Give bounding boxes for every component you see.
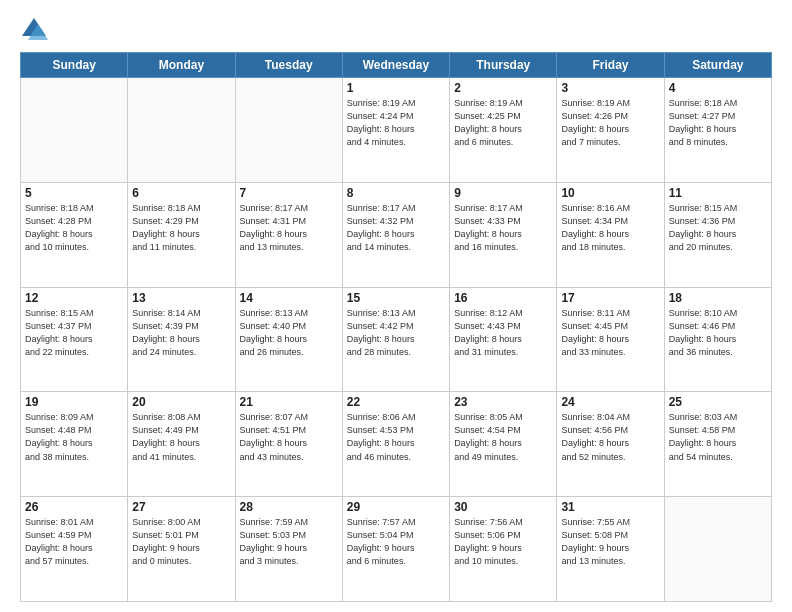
day-info: Sunrise: 8:05 AM Sunset: 4:54 PM Dayligh… — [454, 411, 552, 463]
day-number: 21 — [240, 395, 338, 409]
calendar-cell: 21Sunrise: 8:07 AM Sunset: 4:51 PM Dayli… — [235, 392, 342, 497]
day-info: Sunrise: 8:15 AM Sunset: 4:36 PM Dayligh… — [669, 202, 767, 254]
calendar-cell: 23Sunrise: 8:05 AM Sunset: 4:54 PM Dayli… — [450, 392, 557, 497]
day-info: Sunrise: 8:07 AM Sunset: 4:51 PM Dayligh… — [240, 411, 338, 463]
calendar-cell: 18Sunrise: 8:10 AM Sunset: 4:46 PM Dayli… — [664, 287, 771, 392]
weekday-header: Thursday — [450, 53, 557, 78]
calendar-table: SundayMondayTuesdayWednesdayThursdayFrid… — [20, 52, 772, 602]
calendar-week-row: 19Sunrise: 8:09 AM Sunset: 4:48 PM Dayli… — [21, 392, 772, 497]
day-info: Sunrise: 8:16 AM Sunset: 4:34 PM Dayligh… — [561, 202, 659, 254]
day-number: 16 — [454, 291, 552, 305]
calendar-week-row: 26Sunrise: 8:01 AM Sunset: 4:59 PM Dayli… — [21, 497, 772, 602]
weekday-header: Sunday — [21, 53, 128, 78]
weekday-row: SundayMondayTuesdayWednesdayThursdayFrid… — [21, 53, 772, 78]
day-info: Sunrise: 8:17 AM Sunset: 4:31 PM Dayligh… — [240, 202, 338, 254]
calendar-cell: 17Sunrise: 8:11 AM Sunset: 4:45 PM Dayli… — [557, 287, 664, 392]
day-number: 10 — [561, 186, 659, 200]
day-number: 18 — [669, 291, 767, 305]
day-info: Sunrise: 8:12 AM Sunset: 4:43 PM Dayligh… — [454, 307, 552, 359]
day-number: 6 — [132, 186, 230, 200]
calendar-cell: 4Sunrise: 8:18 AM Sunset: 4:27 PM Daylig… — [664, 78, 771, 183]
day-info: Sunrise: 8:18 AM Sunset: 4:29 PM Dayligh… — [132, 202, 230, 254]
day-number: 7 — [240, 186, 338, 200]
weekday-header: Saturday — [664, 53, 771, 78]
day-info: Sunrise: 8:18 AM Sunset: 4:28 PM Dayligh… — [25, 202, 123, 254]
calendar-cell: 6Sunrise: 8:18 AM Sunset: 4:29 PM Daylig… — [128, 182, 235, 287]
day-info: Sunrise: 8:13 AM Sunset: 4:42 PM Dayligh… — [347, 307, 445, 359]
day-info: Sunrise: 8:08 AM Sunset: 4:49 PM Dayligh… — [132, 411, 230, 463]
calendar-cell: 22Sunrise: 8:06 AM Sunset: 4:53 PM Dayli… — [342, 392, 449, 497]
calendar-cell — [21, 78, 128, 183]
day-info: Sunrise: 8:01 AM Sunset: 4:59 PM Dayligh… — [25, 516, 123, 568]
calendar-cell: 25Sunrise: 8:03 AM Sunset: 4:58 PM Dayli… — [664, 392, 771, 497]
calendar-cell: 7Sunrise: 8:17 AM Sunset: 4:31 PM Daylig… — [235, 182, 342, 287]
calendar-cell: 20Sunrise: 8:08 AM Sunset: 4:49 PM Dayli… — [128, 392, 235, 497]
day-number: 23 — [454, 395, 552, 409]
calendar-cell: 9Sunrise: 8:17 AM Sunset: 4:33 PM Daylig… — [450, 182, 557, 287]
logo — [20, 16, 52, 44]
day-info: Sunrise: 8:17 AM Sunset: 4:33 PM Dayligh… — [454, 202, 552, 254]
calendar-cell: 11Sunrise: 8:15 AM Sunset: 4:36 PM Dayli… — [664, 182, 771, 287]
calendar-header: SundayMondayTuesdayWednesdayThursdayFrid… — [21, 53, 772, 78]
day-number: 2 — [454, 81, 552, 95]
page: SundayMondayTuesdayWednesdayThursdayFrid… — [0, 0, 792, 612]
day-number: 29 — [347, 500, 445, 514]
calendar-week-row: 12Sunrise: 8:15 AM Sunset: 4:37 PM Dayli… — [21, 287, 772, 392]
day-number: 9 — [454, 186, 552, 200]
day-info: Sunrise: 8:15 AM Sunset: 4:37 PM Dayligh… — [25, 307, 123, 359]
day-info: Sunrise: 8:17 AM Sunset: 4:32 PM Dayligh… — [347, 202, 445, 254]
day-number: 20 — [132, 395, 230, 409]
day-number: 5 — [25, 186, 123, 200]
day-info: Sunrise: 8:14 AM Sunset: 4:39 PM Dayligh… — [132, 307, 230, 359]
day-info: Sunrise: 8:10 AM Sunset: 4:46 PM Dayligh… — [669, 307, 767, 359]
calendar-cell: 30Sunrise: 7:56 AM Sunset: 5:06 PM Dayli… — [450, 497, 557, 602]
day-number: 14 — [240, 291, 338, 305]
day-info: Sunrise: 8:18 AM Sunset: 4:27 PM Dayligh… — [669, 97, 767, 149]
day-info: Sunrise: 8:06 AM Sunset: 4:53 PM Dayligh… — [347, 411, 445, 463]
weekday-header: Friday — [557, 53, 664, 78]
calendar-cell: 1Sunrise: 8:19 AM Sunset: 4:24 PM Daylig… — [342, 78, 449, 183]
day-number: 30 — [454, 500, 552, 514]
calendar-cell — [664, 497, 771, 602]
calendar-cell: 24Sunrise: 8:04 AM Sunset: 4:56 PM Dayli… — [557, 392, 664, 497]
calendar-cell: 14Sunrise: 8:13 AM Sunset: 4:40 PM Dayli… — [235, 287, 342, 392]
day-number: 15 — [347, 291, 445, 305]
calendar-cell: 10Sunrise: 8:16 AM Sunset: 4:34 PM Dayli… — [557, 182, 664, 287]
calendar-cell: 16Sunrise: 8:12 AM Sunset: 4:43 PM Dayli… — [450, 287, 557, 392]
day-info: Sunrise: 8:00 AM Sunset: 5:01 PM Dayligh… — [132, 516, 230, 568]
day-number: 24 — [561, 395, 659, 409]
day-info: Sunrise: 7:57 AM Sunset: 5:04 PM Dayligh… — [347, 516, 445, 568]
day-number: 28 — [240, 500, 338, 514]
calendar-cell: 31Sunrise: 7:55 AM Sunset: 5:08 PM Dayli… — [557, 497, 664, 602]
calendar-cell: 12Sunrise: 8:15 AM Sunset: 4:37 PM Dayli… — [21, 287, 128, 392]
day-number: 19 — [25, 395, 123, 409]
calendar-cell: 8Sunrise: 8:17 AM Sunset: 4:32 PM Daylig… — [342, 182, 449, 287]
day-info: Sunrise: 8:19 AM Sunset: 4:26 PM Dayligh… — [561, 97, 659, 149]
day-number: 17 — [561, 291, 659, 305]
day-info: Sunrise: 7:56 AM Sunset: 5:06 PM Dayligh… — [454, 516, 552, 568]
calendar-cell — [235, 78, 342, 183]
day-info: Sunrise: 8:19 AM Sunset: 4:25 PM Dayligh… — [454, 97, 552, 149]
day-number: 22 — [347, 395, 445, 409]
day-number: 4 — [669, 81, 767, 95]
calendar-week-row: 1Sunrise: 8:19 AM Sunset: 4:24 PM Daylig… — [21, 78, 772, 183]
calendar-cell: 26Sunrise: 8:01 AM Sunset: 4:59 PM Dayli… — [21, 497, 128, 602]
day-number: 12 — [25, 291, 123, 305]
calendar-cell: 2Sunrise: 8:19 AM Sunset: 4:25 PM Daylig… — [450, 78, 557, 183]
day-number: 25 — [669, 395, 767, 409]
logo-icon — [20, 16, 48, 44]
day-number: 8 — [347, 186, 445, 200]
day-number: 3 — [561, 81, 659, 95]
weekday-header: Wednesday — [342, 53, 449, 78]
day-info: Sunrise: 7:59 AM Sunset: 5:03 PM Dayligh… — [240, 516, 338, 568]
day-info: Sunrise: 8:19 AM Sunset: 4:24 PM Dayligh… — [347, 97, 445, 149]
day-info: Sunrise: 8:04 AM Sunset: 4:56 PM Dayligh… — [561, 411, 659, 463]
calendar-cell: 13Sunrise: 8:14 AM Sunset: 4:39 PM Dayli… — [128, 287, 235, 392]
weekday-header: Monday — [128, 53, 235, 78]
calendar-week-row: 5Sunrise: 8:18 AM Sunset: 4:28 PM Daylig… — [21, 182, 772, 287]
calendar-cell: 5Sunrise: 8:18 AM Sunset: 4:28 PM Daylig… — [21, 182, 128, 287]
day-info: Sunrise: 8:11 AM Sunset: 4:45 PM Dayligh… — [561, 307, 659, 359]
day-info: Sunrise: 7:55 AM Sunset: 5:08 PM Dayligh… — [561, 516, 659, 568]
header — [20, 16, 772, 44]
day-number: 26 — [25, 500, 123, 514]
